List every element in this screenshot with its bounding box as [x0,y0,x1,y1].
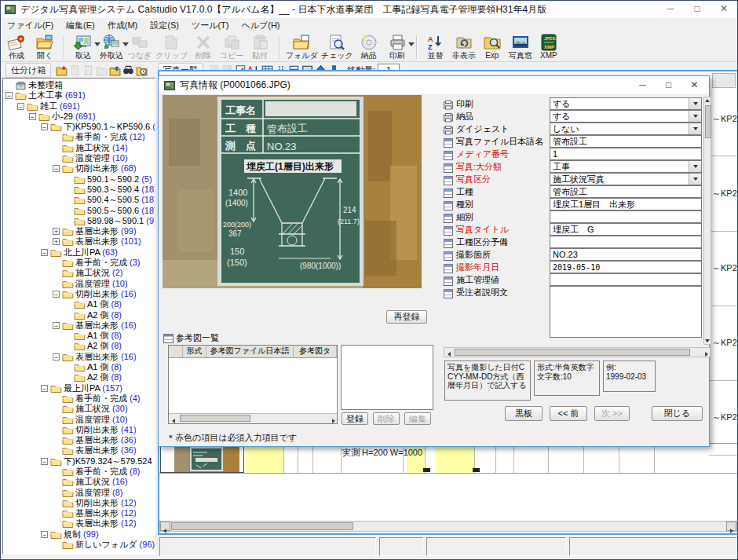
tree-item[interactable]: −表層出来形 (16) [3,352,155,362]
prev-button[interactable]: << 前 [550,406,587,421]
scrollbar-thumb[interactable] [171,522,353,530]
tree-item[interactable]: 温度管理 (10) [3,279,155,289]
field-input-14[interactable] [550,273,702,286]
tree-item[interactable]: −最上川PA (157) [3,383,155,393]
tree-item[interactable]: −基層出来形 (16) [3,320,155,331]
field-input-15[interactable] [550,286,702,338]
tree-item[interactable]: 表層出来形 (36) [3,445,155,456]
tree-item[interactable]: −北上川PA (63) [3,247,155,258]
tree-item[interactable]: 590.3～590.4 (18) [3,185,155,195]
add-folder-icon[interactable] [56,64,68,76]
collapse-icon[interactable]: − [41,531,48,538]
menu-item-0[interactable]: ファイル(F) [1,20,60,31]
reference-table[interactable]: 形式参考図ファイル日本語参考図タ [168,345,338,424]
tree-item[interactable]: 切削出来形 (12) [3,498,155,508]
field-input-9[interactable] [550,210,702,223]
tree-item[interactable]: −下)KP590.1～KP590.6 (3 [3,122,155,132]
form-horizontal-scrollbar[interactable] [444,347,711,357]
collapse-icon[interactable]: − [53,291,60,298]
tree-item[interactable]: A1 側 (8) [3,299,155,309]
collapse-icon[interactable]: − [41,123,48,130]
next-button[interactable]: 次 >> [594,406,630,421]
selected-thumbnail-cell[interactable] [160,443,244,473]
menu-item-4[interactable]: ツール(T) [185,20,236,31]
dropdown-arrow-icon[interactable] [408,42,415,46]
menu-item-1[interactable]: 編集(E) [60,20,101,31]
collapse-icon[interactable]: − [53,165,60,172]
close-icon[interactable]: ✕ [711,1,737,18]
tree-item[interactable]: 未整理箱 [3,80,155,90]
edit-button[interactable]: 編集 [404,412,431,425]
delete-button[interactable]: 削除 [373,412,400,425]
toolbar-button-作成[interactable]: 作成 [2,33,31,61]
tree-item[interactable]: A2 側 (8) [3,310,155,320]
close-button[interactable]: 閉じる [652,406,703,421]
tree-item[interactable]: 着手前・完成 (12) [3,132,155,142]
register-button[interactable]: 登録 [342,412,368,425]
tree-item[interactable]: 施工状況 (14) [3,143,155,153]
combo-dropdown-icon[interactable] [689,111,701,122]
field-input-12[interactable]: NO.23 [550,248,702,261]
folder-up-icon[interactable] [109,64,121,76]
tree-item[interactable]: 温度管理 (10) [3,153,155,163]
tree-item[interactable]: 温度管理 (8) [3,488,155,498]
field-input-8[interactable]: 埋戻工1層目 出来形 [550,198,702,210]
toolbar-button-つなぎ[interactable]: つなぎ [126,33,154,61]
maximize-icon[interactable]: □ [684,1,711,18]
tree-item[interactable]: 新しいフォルダ (96) [3,540,155,550]
toolbar-button-並替[interactable]: AZ並替 [422,33,450,61]
collapse-icon[interactable]: − [17,103,24,110]
collapse-icon[interactable]: − [41,249,48,256]
tree-item[interactable]: 基層出来形 (36) [3,435,155,445]
scroll-right-icon[interactable] [726,522,736,531]
tree-item[interactable]: 切削出来形 (41) [3,425,155,435]
tree-item[interactable]: −下)K579.324～579.524 ( [3,456,155,467]
combo-dropdown-icon[interactable] [689,123,701,134]
form-vertical-scrollbar[interactable] [703,97,711,345]
reference-column-header-1[interactable]: 形式 [183,346,206,357]
list-vertical-scrollbar[interactable] [712,73,736,88]
tree-item[interactable]: 施工状況 (2) [3,268,155,278]
combo-dropdown-icon[interactable] [689,98,701,109]
collapse-icon[interactable]: − [41,385,48,392]
tree-item[interactable]: 温度管理 (10) [3,415,155,425]
collapse-icon[interactable]: − [41,458,48,465]
field-input-11[interactable] [550,236,702,248]
reference-column-header-0[interactable] [169,346,183,357]
tree-item[interactable]: 589.98～590.1 (9) [3,216,155,226]
tree-item[interactable]: A1 側 (8) [3,331,155,341]
field-input-5[interactable]: 工事 [550,160,702,173]
field-input-10[interactable]: 埋戻工 G [550,223,702,236]
collapse-icon[interactable]: − [5,92,13,99]
tree-item[interactable]: +表層出来形 (101) [3,236,155,247]
toolbar-button-取込[interactable]: 取込 [69,33,97,61]
tree-item[interactable]: 基層出来形 (12) [3,508,155,518]
tree-item[interactable]: 施工状況 (30) [3,404,155,414]
toolbar-button-XMP[interactable]: JPEGXMPXMP [535,33,563,61]
toolbar-button-写真窓[interactable]: 写真窓 [506,33,535,61]
scroll-left-icon[interactable] [160,522,170,531]
tree-item[interactable]: 590.4～590.5 (18) [3,195,155,205]
reference-column-header-2[interactable]: 参考図ファイル日本語 [206,346,294,357]
tree-item[interactable]: A1 側 (8) [3,362,155,372]
tree-item[interactable]: −雑工 (691) [3,101,155,112]
expand-icon[interactable]: + [53,228,60,235]
expand-icon[interactable]: + [53,238,60,245]
tree-item[interactable]: 着手前・完成 (3) [3,258,155,268]
toolbar-button-Exp[interactable]: Exp [478,33,506,61]
dialog-minimize-icon[interactable]: ─ [630,76,656,93]
toolbar-button-貼付[interactable]: 貼付 [246,33,274,61]
reregister-button[interactable]: 再登録 [386,310,427,324]
tree-item[interactable]: 着手前・完成 (8) [3,467,155,477]
field-input-0[interactable]: する [550,97,702,110]
tree-item[interactable]: −切削出来形 (16) [3,289,155,299]
minimize-icon[interactable]: ─ [657,1,684,18]
dialog-maximize-icon[interactable]: □ [656,76,681,93]
combo-dropdown-icon[interactable] [689,161,701,172]
field-input-2[interactable]: しない [550,123,702,135]
collapse-icon[interactable]: − [53,322,60,329]
field-input-6[interactable]: 施工状況写真 [550,173,702,185]
toolbar-button-削除[interactable]: 削除 [189,33,217,61]
tree-item[interactable]: +基層出来形 (99) [3,226,155,236]
toolbar-button-印刷[interactable]: 印刷 [383,33,411,61]
